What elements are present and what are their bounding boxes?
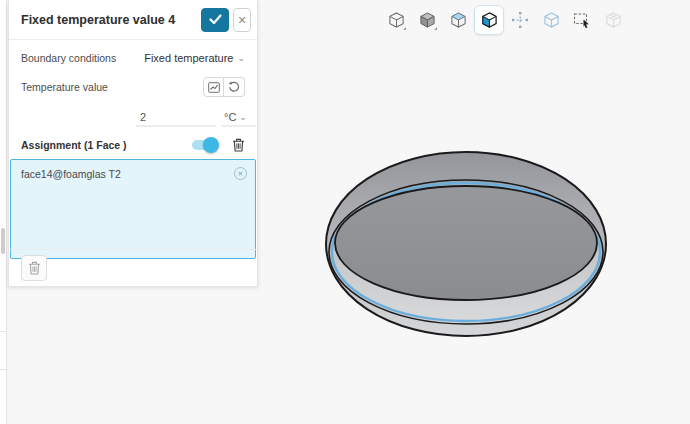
- reset-value-button[interactable]: [224, 77, 245, 97]
- panel-footer: [9, 249, 257, 286]
- view-wireframe-button[interactable]: [381, 5, 411, 35]
- temperature-input[interactable]: [136, 109, 216, 127]
- box-select-button[interactable]: [567, 5, 597, 35]
- cube-outline-blue-icon: [543, 11, 560, 29]
- boundary-conditions-label: Boundary conditions: [21, 52, 144, 64]
- boundary-conditions-row: Boundary conditions Fixed temperature ⌄: [9, 42, 257, 73]
- chart-icon: [208, 82, 220, 93]
- view-isometric-button[interactable]: [536, 5, 566, 35]
- cube-wireframe-icon: [388, 11, 405, 29]
- clear-assignment-button[interactable]: [232, 138, 245, 152]
- menu-corner-mark: [434, 27, 437, 30]
- remove-icon: ✕: [238, 170, 244, 177]
- left-rail[interactable]: [0, 0, 7, 424]
- assignment-header: Assignment (1 Face ): [9, 133, 257, 157]
- model-disc[interactable]: [300, 130, 640, 360]
- formula-chart-button[interactable]: [203, 77, 224, 97]
- close-icon: ✕: [237, 14, 246, 26]
- undo-icon: [228, 81, 240, 93]
- select-vertices-button[interactable]: [505, 5, 535, 35]
- panel-title: Fixed temperature value 4: [21, 13, 201, 27]
- check-icon: [209, 14, 222, 25]
- remove-face-button[interactable]: ✕: [234, 167, 247, 180]
- box-select-icon: [573, 11, 591, 29]
- rail-scrollbar-thumb[interactable]: [1, 228, 5, 254]
- boundary-condition-select[interactable]: Fixed temperature ⌄: [144, 52, 245, 64]
- temperature-value-label: Temperature value: [21, 81, 203, 93]
- chevron-down-icon: ⌄: [239, 114, 247, 120]
- toggle-knob: [203, 137, 219, 153]
- assigned-face-item: face14@foamglas T2 ✕: [11, 160, 255, 180]
- apply-button[interactable]: [201, 8, 229, 32]
- panel-header: Fixed temperature value 4 ✕: [9, 0, 257, 40]
- rail-divider: [0, 369, 7, 370]
- viewport-toolbar: [381, 5, 628, 35]
- cube-shaded-icon: [419, 11, 436, 29]
- select-top-face-button[interactable]: [443, 5, 473, 35]
- chevron-down-icon: ⌄: [237, 55, 245, 61]
- rail-divider: [0, 331, 7, 332]
- select-assembly-button[interactable]: [598, 5, 628, 35]
- view-shaded-button[interactable]: [412, 5, 442, 35]
- temperature-value-row: Temperature value: [9, 73, 257, 101]
- trash-icon: [232, 138, 245, 152]
- cube-top-face-icon: [450, 11, 467, 29]
- app-root: Fixed temperature value 4 ✕ Boundary con…: [0, 0, 690, 424]
- delete-condition-button[interactable]: [21, 255, 47, 281]
- assignment-list[interactable]: face14@foamglas T2 ✕: [10, 159, 256, 259]
- viewport-3d[interactable]: [258, 0, 690, 424]
- unit-value: °C: [224, 111, 236, 123]
- cube-face-selected-icon: [481, 11, 498, 29]
- trash-icon: [28, 261, 41, 275]
- temperature-input-row: °C ⌄: [9, 101, 257, 127]
- cube-assembly-icon: [605, 11, 622, 29]
- assigned-face-name: face14@foamglas T2: [21, 168, 234, 180]
- close-button[interactable]: ✕: [233, 8, 251, 32]
- select-face-button[interactable]: [474, 5, 504, 35]
- menu-corner-mark: [403, 27, 406, 30]
- assignment-label: Assignment (1 Face ): [21, 139, 192, 151]
- boundary-condition-panel: Fixed temperature value 4 ✕ Boundary con…: [8, 0, 258, 287]
- temperature-tools: [203, 77, 245, 97]
- assignment-toggle[interactable]: [192, 140, 216, 150]
- vertices-icon: [511, 11, 529, 29]
- disc-inner-face[interactable]: [335, 186, 597, 300]
- unit-select[interactable]: °C ⌄: [222, 109, 256, 127]
- boundary-condition-value: Fixed temperature: [144, 52, 233, 64]
